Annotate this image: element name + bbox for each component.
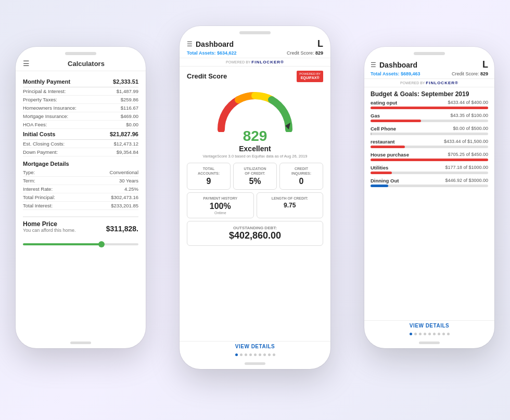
initial-costs-value: $21,827.96	[110, 131, 138, 137]
principal-label: Principal & Interest:	[23, 88, 66, 94]
budget-bar-fill	[371, 185, 388, 187]
budget-bar-fill	[371, 159, 488, 161]
credit-length-label: LENGTH OF CREDIT:	[259, 196, 321, 201]
monthly-payment-value: $2,333.51	[113, 78, 138, 85]
budget-item-detail: $446.92 of $3000.00	[445, 178, 488, 183]
gauge-svg	[213, 85, 297, 132]
total-principal-value: $302,473.16	[111, 194, 138, 200]
inquiries-label: CREDITINQUIRIES:	[282, 166, 321, 176]
budget-bar-track	[371, 159, 488, 161]
right-title-group: ☰ Dashboard	[371, 61, 417, 69]
gauge-score: 829	[243, 128, 267, 145]
dot-r-6	[433, 333, 436, 335]
taxes-row: Property Taxes: $259.86	[23, 96, 138, 104]
budget-bar-track	[371, 172, 488, 174]
center-assets: Total Assets: $634,622	[187, 50, 237, 56]
center-powered-by: POWERED BY FINLOCKER®	[180, 58, 330, 67]
price-slider-track[interactable]	[23, 243, 138, 245]
hoa-label: HOA Fees:	[23, 122, 47, 127]
list-item: restaurant $433.44 of $1,500.00	[371, 139, 488, 148]
dot-8	[268, 353, 271, 356]
left-phone-content: ☰ Calculators Monthly Payment $2,333.51 …	[16, 55, 146, 337]
dot-5	[254, 353, 257, 356]
initial-costs-label: Initial Costs	[23, 131, 55, 137]
payment-history-cell: PAYMENT HISTORY 100% Ontime	[187, 192, 254, 218]
right-dash-title: Dashboard	[379, 61, 417, 69]
type-value: Conventional	[110, 169, 138, 175]
rate-label: Interest Rate:	[23, 186, 53, 192]
term-row: Term: 30 Years	[23, 177, 138, 185]
total-principal-label: Total Principal:	[23, 194, 55, 200]
right-header-top: ☰ Dashboard L	[371, 59, 488, 70]
budget-bar-fill	[371, 146, 405, 148]
principal-value: $1,487.99	[117, 88, 138, 94]
budget-bar-track	[371, 107, 488, 109]
mortgage-ins-label: Mortgage Insurance:	[23, 113, 68, 119]
downpay-label: Down Payment:	[23, 149, 58, 155]
left-phone: ☰ Calculators Monthly Payment $2,333.51 …	[16, 47, 146, 348]
inquiries-cell: CREDITINQUIRIES: 0	[279, 163, 323, 190]
downpay-row: Down Payment: $9,354.84	[23, 148, 138, 156]
budget-bar-fill	[371, 172, 392, 174]
menu-icon[interactable]: ☰	[23, 59, 30, 68]
closing-value: $12,473.12	[113, 141, 138, 147]
payment-history-sub: Ontime	[189, 211, 251, 215]
home-price-section: Home Price You can afford this home. $31…	[23, 216, 138, 245]
center-dash-title: Dashboard	[196, 40, 234, 48]
inquiries-value: 0	[282, 177, 321, 186]
budget-item-detail: $705.25 of $450.00	[448, 152, 488, 158]
calc-header: ☰ Calculators	[16, 55, 146, 71]
budget-bar-fill	[371, 120, 421, 122]
total-interest-row: Total Interest: $233,201.85	[23, 202, 138, 210]
utilization-value: 5%	[236, 177, 274, 186]
initial-costs-row: Initial Costs $21,827.96	[23, 129, 138, 140]
center-view-details-btn[interactable]: VIEW DETAILS	[180, 341, 330, 351]
list-item: Dinning Out $446.92 of $3000.00	[371, 178, 488, 187]
right-credit: Credit Score: 829	[452, 71, 488, 76]
center-phone: ☰ Dashboard L Total Assets: $634,622 Cre…	[180, 26, 330, 369]
center-credit: Credit Score: 829	[287, 50, 323, 56]
homeowners-label: Homeowners Insurance:	[23, 105, 76, 111]
dot-r-7	[438, 333, 440, 335]
outstanding-debt-label: OUTSTANDING DEBT:	[192, 226, 318, 230]
center-assets-value: $634,622	[217, 50, 237, 56]
utilization-cell: UTILIZATIONOF CREDIT: 5%	[233, 163, 277, 190]
budget-item-detail: $43.35 of $100.00	[450, 113, 488, 119]
total-accounts-cell: TOTALACCOUNTS: 9	[187, 163, 231, 190]
price-slider-thumb[interactable]	[98, 241, 105, 247]
right-credit-value: 829	[480, 71, 488, 76]
monthly-payment-row: Monthly Payment $2,333.51	[23, 76, 138, 87]
rate-row: Interest Rate: 4.25%	[23, 185, 138, 193]
mortgage-ins-row: Mortgage Insurance: $469.00	[23, 112, 138, 121]
list-item: eating oput $433.44 of $400.00	[371, 100, 488, 109]
budget-bar-track	[371, 133, 488, 135]
right-menu-icon[interactable]: ☰	[371, 61, 376, 69]
budget-item-detail: $433.44 of $1,500.00	[444, 139, 488, 145]
budget-bar-track	[371, 185, 488, 187]
budget-item-detail: $433.44 of $400.00	[448, 100, 488, 106]
dot-7	[263, 353, 266, 356]
monthly-payment-label: Monthly Payment	[23, 78, 70, 85]
total-principal-row: Total Principal: $302,473.16	[23, 193, 138, 202]
right-assets: Total Assets: $689,463	[371, 71, 420, 76]
center-header-info: Total Assets: $634,622 Credit Score: 829	[187, 50, 323, 56]
right-header-info: Total Assets: $689,463 Credit Score: 829	[371, 71, 488, 76]
gauge-container: 829 Excellent VantageScore 3.0 based on …	[187, 85, 323, 159]
center-menu-icon[interactable]: ☰	[187, 41, 193, 48]
homeowners-value: $116.67	[121, 105, 138, 111]
dot-1	[235, 353, 238, 356]
total-interest-value: $233,201.85	[111, 203, 138, 208]
budget-bar-track	[371, 146, 488, 148]
list-item: Utilities $177.18 of $1000.00	[371, 165, 488, 174]
right-view-details-btn[interactable]: VIEW DETAILS	[364, 320, 494, 331]
center-title-group: ☰ Dashboard	[187, 40, 234, 48]
downpay-value: $9,354.84	[117, 149, 138, 155]
right-assets-value: $689,463	[401, 71, 420, 76]
dot-r-9	[447, 333, 450, 335]
budget-bar-fill	[371, 107, 488, 109]
dot-r-5	[428, 333, 431, 335]
center-finlocker: FINLOCKER®	[251, 60, 284, 64]
dot-r-2	[414, 333, 417, 335]
right-finlocker: FINLOCKER®	[426, 81, 458, 85]
budget-item-name: eating oput	[371, 100, 397, 106]
